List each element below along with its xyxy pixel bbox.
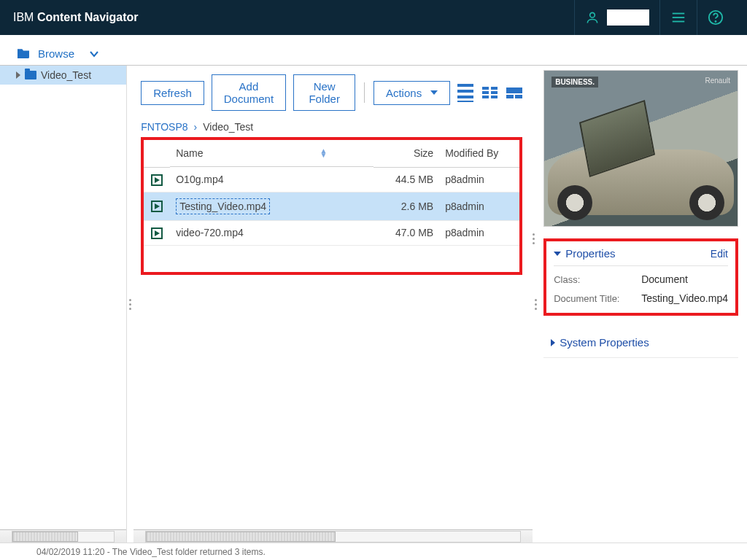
subnav: Browse: [0, 35, 747, 66]
file-table: Name ▲▼ Size Modified By O10g.mp444.5 MB…: [144, 140, 519, 246]
system-properties-title: System Properties: [560, 336, 649, 349]
magazine-view-toggle[interactable]: [482, 87, 498, 98]
browse-tab[interactable]: Browse: [13, 42, 102, 65]
chevron-down-icon: [430, 90, 438, 95]
file-modified-by: p8admin: [439, 192, 519, 220]
view-toggle-group: [457, 84, 522, 102]
horizontal-splitter[interactable]: [530, 233, 536, 244]
property-value: Testing_Video.mp4: [641, 292, 728, 304]
file-size: 2.6 MB: [374, 192, 439, 220]
refresh-button[interactable]: Refresh: [141, 81, 204, 105]
vertical-splitter[interactable]: [127, 66, 133, 542]
menu-button[interactable]: [660, 0, 697, 35]
filmstrip-view-toggle[interactable]: [506, 88, 522, 98]
property-row-title: Document Title: Testing_Video.mp4: [554, 285, 728, 304]
top-bar: IBM Content Navigator: [0, 0, 747, 35]
svg-point-0: [590, 12, 595, 18]
file-name: Testing_Video.mp4: [176, 198, 270, 214]
file-name: video-720.mp4: [176, 227, 244, 238]
tree-item-video-test[interactable]: Video_Test: [0, 66, 126, 85]
property-key: Class:: [554, 274, 641, 285]
table-row[interactable]: video-720.mp447.0 MBp8admin: [144, 220, 519, 245]
user-icon: [585, 10, 600, 25]
video-icon: [151, 174, 163, 186]
add-document-button[interactable]: Add Document: [212, 74, 286, 111]
table-row[interactable]: Testing_Video.mp42.6 MBp8admin: [144, 192, 519, 220]
sidebar: Video_Test: [0, 66, 127, 542]
file-table-highlight: Name ▲▼ Size Modified By O10g.mp444.5 MB…: [141, 137, 522, 275]
preview-badge-left: BUSINESS.: [551, 77, 598, 88]
main-row: Video_Test Refresh Add Document New Fold…: [0, 66, 747, 542]
details-view-toggle[interactable]: [457, 84, 473, 102]
toolbar: Refresh Add Document New Folder Actions: [141, 74, 522, 111]
file-modified-by: p8admin: [439, 167, 519, 192]
caret-right-icon: [551, 339, 555, 346]
status-text: 04/02/2019 11:20 - The Video_Test folder…: [36, 547, 266, 557]
properties-title: Properties: [565, 247, 615, 260]
table-row[interactable]: O10g.mp444.5 MBp8admin: [144, 167, 519, 192]
browse-label: Browse: [38, 47, 74, 60]
brand-bold: Content Navigator: [37, 11, 139, 23]
file-size: 44.5 MB: [374, 167, 439, 192]
expand-caret-icon[interactable]: [16, 71, 20, 79]
column-size[interactable]: Size: [374, 140, 439, 167]
chevron-down-icon: [89, 47, 99, 60]
property-value: Document: [641, 273, 688, 285]
content-scrollbar[interactable]: [133, 529, 533, 542]
properties-header[interactable]: Properties Edit: [554, 247, 728, 265]
user-segment[interactable]: [575, 0, 659, 35]
system-properties-header[interactable]: System Properties: [543, 327, 738, 358]
file-modified-by: p8admin: [439, 220, 519, 245]
properties-panel: BUSINESS. Renault Properties Edit Class:…: [539, 66, 747, 542]
help-icon: [708, 9, 724, 26]
brand: IBM Content Navigator: [13, 11, 139, 24]
status-bar: 04/02/2019 11:20 - The Video_Test folder…: [0, 542, 747, 560]
properties-edit-link[interactable]: Edit: [711, 248, 728, 260]
brand-prefix: IBM: [13, 11, 37, 23]
breadcrumb-current: Video_Test: [203, 121, 253, 133]
property-key: Document Title:: [554, 293, 641, 304]
hamburger-icon: [670, 9, 686, 26]
file-name: O10g.mp4: [176, 174, 223, 185]
column-modified-by[interactable]: Modified By: [439, 140, 519, 167]
sort-icon: ▲▼: [320, 149, 328, 158]
divider: [364, 82, 365, 103]
tree-item-label: Video_Test: [41, 69, 91, 81]
breadcrumb: FNTOSP8 › Video_Test: [141, 121, 522, 133]
property-row-class: Class: Document: [554, 266, 728, 285]
breadcrumb-root[interactable]: FNTOSP8: [141, 121, 187, 133]
document-preview[interactable]: BUSINESS. Renault: [543, 70, 738, 227]
properties-highlight: Properties Edit Class: Document Document…: [543, 238, 738, 316]
column-name[interactable]: Name ▲▼: [170, 140, 374, 167]
svg-point-5: [715, 21, 716, 22]
folder-icon: [25, 71, 36, 79]
video-icon: [151, 201, 163, 212]
help-button[interactable]: [697, 0, 734, 35]
video-icon: [151, 228, 163, 239]
folder-tree[interactable]: Video_Test: [0, 66, 126, 529]
column-name-label: Name: [176, 147, 203, 159]
content-area: Refresh Add Document New Folder Actions …: [133, 66, 533, 542]
vertical-splitter-right[interactable]: [533, 66, 539, 542]
new-folder-button[interactable]: New Folder: [293, 74, 355, 111]
chevron-right-icon: ›: [194, 121, 198, 133]
file-size: 47.0 MB: [374, 220, 439, 245]
browse-icon: [16, 47, 31, 61]
preview-badge-right: Renault: [705, 77, 730, 85]
caret-down-icon: [554, 252, 561, 256]
actions-label: Actions: [386, 87, 422, 99]
sidebar-scrollbar[interactable]: [0, 529, 126, 542]
actions-dropdown[interactable]: Actions: [374, 81, 450, 105]
user-name: [607, 9, 649, 26]
